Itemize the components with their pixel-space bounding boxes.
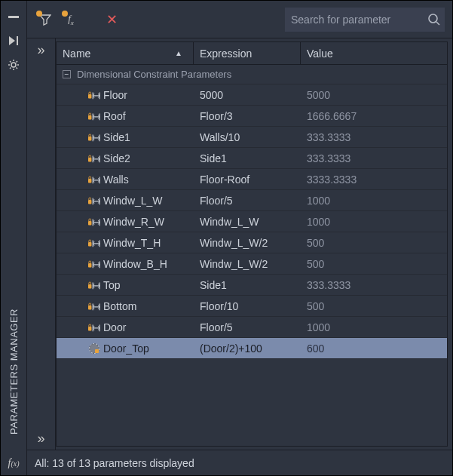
param-expression: Windw_L_W: [200, 216, 259, 228]
group-label: Dimensional Constraint Parameters: [77, 69, 231, 80]
param-value-cell[interactable]: 500: [301, 258, 447, 270]
param-value-cell[interactable]: 333.3333: [301, 152, 447, 164]
param-name-cell[interactable]: Walls: [57, 174, 194, 186]
param-name: Door: [103, 321, 126, 333]
param-row[interactable]: Side2Side1333.3333: [57, 148, 447, 169]
parameters-manager-panel: PARAMETERS MANAGER f(x) fx ✕: [0, 0, 453, 476]
param-value: 500: [307, 258, 324, 270]
param-expression-cell[interactable]: Side1: [194, 279, 301, 291]
param-expression-cell[interactable]: Walls/10: [194, 131, 301, 143]
param-expression-cell[interactable]: Side1: [194, 152, 301, 164]
sort-indicator-icon: ▲: [175, 49, 182, 57]
expand-column: » »: [27, 38, 56, 450]
column-header-value-label: Value: [307, 48, 333, 60]
param-row[interactable]: Floor50005000: [57, 84, 447, 106]
param-value-cell[interactable]: 333.3333: [301, 279, 447, 291]
param-value-cell[interactable]: 600: [301, 342, 447, 355]
param-name-cell[interactable]: Windw_T_H: [57, 237, 194, 249]
status-bar: All: 13 of 13 parameters displayed: [27, 450, 452, 475]
svg-point-1: [11, 63, 16, 67]
param-expression-cell[interactable]: Windw_L_W/2: [194, 237, 301, 249]
param-value-cell[interactable]: 500: [301, 300, 447, 312]
param-row[interactable]: Windw_R_WWindw_L_W1000: [57, 211, 447, 232]
param-row[interactable]: TopSide1333.3333: [57, 275, 447, 296]
param-expression: Floor/5: [200, 195, 233, 207]
search-icon[interactable]: [427, 13, 441, 26]
gear-icon[interactable]: [7, 58, 20, 72]
param-value: 3333.3333: [307, 174, 357, 186]
fx-icon[interactable]: f(x): [8, 457, 20, 469]
param-expression-cell[interactable]: Floor/3: [194, 110, 301, 122]
group-row[interactable]: − Dimensional Constraint Parameters: [57, 65, 447, 84]
search-input[interactable]: [291, 14, 423, 26]
param-row[interactable]: DoorFloor/51000: [57, 317, 447, 338]
locked-dimension-icon: [88, 89, 100, 101]
param-row[interactable]: Side1Walls/10333.3333: [57, 127, 447, 148]
new-user-parameter-button[interactable]: fx: [60, 9, 81, 30]
param-name-cell[interactable]: Roof: [57, 110, 194, 122]
filter-button[interactable]: [35, 9, 56, 30]
param-name-cell[interactable]: Windw_R_W: [57, 216, 194, 228]
param-name-cell[interactable]: Windw_L_W: [57, 195, 194, 207]
param-expression-cell[interactable]: Floor-Roof: [194, 174, 301, 186]
param-value-cell[interactable]: 333.3333: [301, 131, 447, 143]
param-value-cell[interactable]: 1666.6667: [301, 110, 447, 122]
param-row[interactable]: RoofFloor/31666.6667: [57, 106, 447, 127]
param-value: 1000: [307, 216, 330, 228]
param-expression: Floor/10: [200, 300, 238, 312]
svg-rect-28: [88, 179, 91, 183]
delete-button[interactable]: ✕: [101, 9, 122, 30]
param-row[interactable]: Window_B_HWindw_L_W/2500: [57, 253, 447, 275]
param-value-cell[interactable]: 5000: [301, 89, 447, 101]
param-value-cell[interactable]: 3333.3333: [301, 174, 447, 186]
locked-dimension-icon: [88, 174, 100, 186]
param-name-cell[interactable]: Door_Top: [57, 342, 194, 355]
param-value: 1000: [307, 195, 330, 207]
column-header-value[interactable]: Value: [301, 42, 447, 64]
param-expression-cell[interactable]: Floor/5: [194, 195, 301, 207]
param-expression-cell[interactable]: Windw_L_W/2: [194, 258, 301, 270]
param-expression-cell[interactable]: 5000: [194, 89, 301, 101]
collapse-toggle-icon[interactable]: −: [63, 70, 71, 78]
param-row[interactable]: Windw_L_WFloor/51000: [57, 190, 447, 211]
param-expression-cell[interactable]: Floor/5: [194, 321, 301, 333]
param-name: Bottom: [103, 300, 136, 312]
param-expression: Windw_L_W/2: [200, 258, 268, 270]
dock-icon[interactable]: [7, 34, 20, 48]
locked-dimension-icon: [88, 258, 100, 270]
param-value-cell[interactable]: 1000: [301, 321, 447, 333]
minimize-icon[interactable]: [7, 10, 20, 23]
param-name-cell[interactable]: Side2: [57, 152, 194, 164]
param-value-cell[interactable]: 1000: [301, 216, 447, 228]
svg-rect-36: [88, 221, 91, 225]
status-text: All: 13 of 13 parameters displayed: [35, 457, 194, 469]
column-header-name[interactable]: Name ▲: [57, 42, 194, 64]
param-expression: Floor/3: [200, 110, 233, 122]
param-name-cell[interactable]: Window_B_H: [57, 258, 194, 270]
param-expression-cell[interactable]: (Door/2)+100: [194, 342, 301, 355]
param-name-cell[interactable]: Side1: [57, 131, 194, 143]
locked-dimension-icon: [88, 152, 100, 164]
param-row[interactable]: BottomFloor/10500: [57, 296, 447, 317]
param-row[interactable]: WallsFloor-Roof3333.3333: [57, 169, 447, 190]
param-name: Floor: [103, 89, 127, 101]
search-box[interactable]: [285, 8, 445, 32]
param-value: 500: [307, 300, 324, 312]
expand-filter-button[interactable]: »: [37, 43, 44, 57]
param-name-cell[interactable]: Bottom: [57, 300, 194, 312]
param-value-cell[interactable]: 1000: [301, 195, 447, 207]
column-header-expression[interactable]: Expression: [194, 42, 301, 64]
param-name-cell[interactable]: Door: [57, 321, 194, 333]
param-name-cell[interactable]: Top: [57, 279, 194, 291]
param-expression-cell[interactable]: Floor/10: [194, 300, 301, 312]
param-expression-cell[interactable]: Windw_L_W: [194, 216, 301, 228]
param-expression: Walls/10: [200, 131, 240, 143]
param-row[interactable]: Windw_T_HWindw_L_W/2500: [57, 232, 447, 253]
param-value-cell[interactable]: 500: [301, 237, 447, 249]
parameters-table: Name ▲ Expression Value − Dimensional Co…: [56, 41, 448, 447]
expand-bottom-button[interactable]: »: [37, 431, 44, 445]
svg-line-8: [17, 61, 18, 63]
param-name-cell[interactable]: Floor: [57, 89, 194, 101]
param-row[interactable]: Door_Top(Door/2)+100600: [57, 338, 447, 359]
column-header-name-label: Name: [63, 48, 90, 60]
